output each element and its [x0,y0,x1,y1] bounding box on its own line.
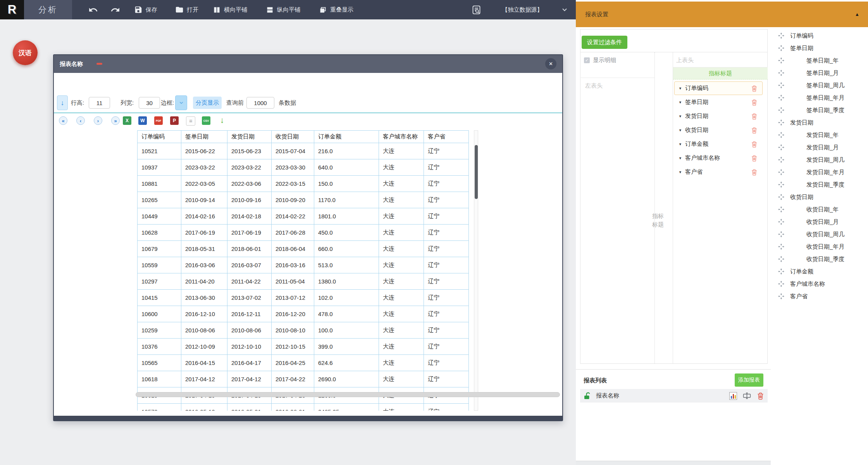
next-page-icon[interactable]: › [94,116,102,125]
move-icon[interactable] [778,45,784,51]
last-page-icon[interactable]: » [111,116,120,125]
field-tree-item[interactable]: 收货日期_季度 [771,253,844,265]
report-list-item[interactable]: 报表名称 [580,389,768,403]
language-badge[interactable]: 汉语 [13,40,38,65]
field-tree-item[interactable]: 收货日期_周几 [771,228,844,240]
column-header[interactable]: 客户省 [424,131,469,143]
export-csv-icon[interactable]: CSV [202,116,210,125]
unlock-icon[interactable] [583,392,592,400]
field-tree-item[interactable]: 客户省 [771,290,808,303]
horizontal-scrollbar-thumb[interactable] [136,392,560,397]
table-row[interactable]: 106792018-05-312018-06-012018-06-04660.0… [138,241,469,257]
field-tree-item[interactable]: 发货日期 [771,116,813,129]
vertical-scrollbar[interactable] [474,130,478,411]
move-icon[interactable] [778,281,784,287]
chevron-down-icon[interactable]: ▼ [679,156,682,160]
column-header[interactable]: 签单日期 [181,131,227,143]
rename-button[interactable] [743,392,751,400]
field-tree-item[interactable]: 收货日期 [771,191,813,203]
field-tree-item[interactable]: 签单日期_周几 [771,79,844,92]
measure-chip[interactable]: ▼订单编码 [674,81,763,95]
app-logo[interactable]: R [0,0,24,19]
row-height-input[interactable] [89,97,110,109]
move-icon[interactable] [778,82,784,88]
move-icon[interactable] [778,95,784,101]
prev-page-icon[interactable]: ‹ [76,116,85,125]
export-excel-icon[interactable]: X [123,116,131,125]
export-word-icon[interactable]: W [138,116,147,125]
trash-icon[interactable] [751,127,758,134]
border-dropdown[interactable] [175,95,187,110]
move-icon[interactable] [778,231,784,237]
overlap-display-button[interactable]: 重叠显示 [319,0,353,19]
field-tree-item[interactable]: 客户城市名称 [771,278,825,290]
table-row[interactable]: 108812022-03-052022-03-062022-03-15150.0… [138,176,469,192]
table-row[interactable]: 106282017-06-192017-06-192017-06-28450.0… [138,225,469,241]
table-row[interactable]: 106002016-12-102016-12-112016-12-20478.0… [138,306,469,322]
chevron-down-icon[interactable]: ▼ [679,114,682,118]
trash-icon[interactable] [751,113,758,120]
chevron-down-icon[interactable]: ▼ [679,86,682,90]
paging-toggle-button[interactable]: 分页显示 [193,97,222,109]
table-row[interactable]: 103762012-10-092012-10-102012-10-15399.0… [138,339,469,355]
table-row[interactable]: 109372023-03-222023-03-222023-03-30640.0… [138,159,469,176]
export-text-icon[interactable]: ≡ [186,116,195,126]
print-icon[interactable]: P [170,116,179,125]
download-icon[interactable]: ↓ [218,115,226,125]
report-window-titlebar[interactable]: 报表名称 ✕ [54,55,562,73]
field-tree-item[interactable]: 签单日期_季度 [771,104,844,116]
close-button[interactable]: ✕ [545,58,556,69]
field-tree-item[interactable]: 签单日期_月 [771,67,839,79]
table-row[interactable]: 102592010-08-062010-08-062010-08-10100.0… [138,322,469,339]
field-tree-item[interactable]: 订单金额 [771,265,813,278]
column-header[interactable]: 订单编码 [138,131,181,143]
measure-chip[interactable]: ▼客户省 [674,165,763,179]
column-header[interactable]: 发货日期 [227,131,272,143]
move-icon[interactable] [778,157,784,163]
field-tree-item[interactable]: 发货日期_年 [771,129,839,141]
collapse-icon[interactable]: ▲ [855,2,859,27]
field-tree-item[interactable]: 发货日期_月 [771,141,839,154]
move-icon[interactable] [778,57,784,64]
tab-analysis[interactable]: 分析 [24,0,72,19]
move-icon[interactable] [778,169,784,175]
move-icon[interactable] [778,194,784,200]
col-width-input[interactable] [139,97,160,109]
vertical-scrollbar-thumb[interactable] [475,145,478,199]
move-icon[interactable] [778,132,784,138]
table-row[interactable]: 105592016-03-062016-03-072016-03-16513.0… [138,257,469,273]
trash-icon[interactable] [751,99,758,106]
column-header[interactable]: 客户城市名称 [379,131,424,143]
add-report-button[interactable]: 添加报表 [735,373,763,387]
move-icon[interactable] [778,268,784,275]
first-page-icon[interactable]: « [59,116,67,125]
chevron-down-icon[interactable]: ▼ [679,142,682,146]
datasource-chevron[interactable] [561,0,568,19]
move-icon[interactable] [778,244,784,250]
tile-vertical-button[interactable]: 纵向平铺 [266,0,300,19]
field-tree-item[interactable]: 签单日期_年 [771,54,839,67]
field-tree-item[interactable]: 收货日期_月 [771,216,839,228]
sort-down-button[interactable]: ↓ [57,95,68,110]
chart-view-button[interactable] [729,392,737,400]
chevron-down-icon[interactable]: ▼ [679,170,682,174]
move-icon[interactable] [778,256,784,262]
table-row[interactable]: 104152013-06-302013-07-022013-07-12102.0… [138,290,469,306]
move-icon[interactable] [778,119,784,126]
field-tree-item[interactable]: 签单日期_年月 [771,92,844,104]
table-row[interactable]: 105652016-04-152016-04-172016-04-25624.6… [138,355,469,371]
move-icon[interactable] [778,182,784,188]
measure-chip[interactable]: ▼客户城市名称 [674,151,763,165]
field-tree-item[interactable]: 订单编码 [771,29,813,42]
minimize-icon[interactable] [96,63,102,65]
move-icon[interactable] [778,70,784,76]
measure-chip[interactable]: ▼收货日期 [674,123,763,137]
move-icon[interactable] [778,107,784,113]
left-header-dropzone[interactable]: 左表头 [585,82,603,90]
field-tree-item[interactable]: 收货日期_年 [771,203,839,216]
open-button[interactable]: 打开 [175,0,198,19]
table-row[interactable]: 102972011-04-202011-04-222011-05-041380.… [138,273,469,290]
settings-panel-header[interactable]: 报表设置 ▲ [576,2,868,27]
trash-icon[interactable] [751,85,758,92]
field-tree-item[interactable]: 发货日期_季度 [771,178,844,191]
